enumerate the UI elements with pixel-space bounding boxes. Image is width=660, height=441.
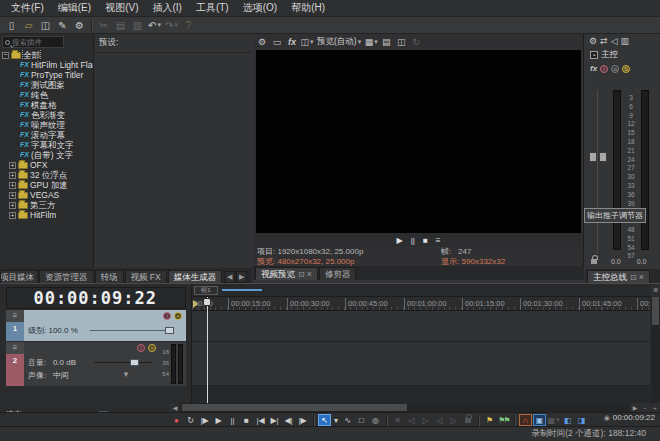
insert-region-button[interactable]: ⚑⚑ bbox=[497, 414, 510, 426]
tree-node-all[interactable]: 全部 bbox=[0, 50, 93, 60]
video-track-row[interactable] bbox=[192, 311, 650, 342]
expand-icon[interactable] bbox=[9, 172, 16, 179]
go-to-end-button[interactable]: ▶| bbox=[268, 414, 281, 426]
snap-magnet-button[interactable]: ∩ bbox=[519, 414, 532, 426]
lock-icon[interactable] bbox=[591, 259, 597, 264]
tab-explorer[interactable]: 资源管理器 bbox=[39, 270, 94, 283]
tree-node-fx-item[interactable]: FX滚动字幕 bbox=[0, 130, 93, 140]
tab-project-media[interactable]: 项目媒体 bbox=[0, 270, 38, 283]
solo-icon[interactable]: • bbox=[174, 312, 182, 320]
undo-icon[interactable]: ↶ bbox=[146, 18, 163, 32]
cursor-timecode-display[interactable]: 00:00:09:22 bbox=[6, 287, 186, 309]
zoom-edit-tool[interactable]: ◎ bbox=[369, 414, 382, 426]
zoom-out-icon[interactable]: − bbox=[640, 403, 650, 412]
track-menu-icon[interactable]: ≡ bbox=[6, 342, 24, 354]
track-menu-icon[interactable]: ≡ bbox=[6, 310, 24, 322]
tool-dropdown-icon[interactable]: ▾ bbox=[332, 414, 340, 426]
menu-insert[interactable]: 插入(I) bbox=[145, 1, 188, 15]
scroll-left-icon[interactable]: ◀ bbox=[170, 403, 180, 412]
insert-bus-icon[interactable]: ⇄ bbox=[600, 36, 608, 46]
tree-node-fx-item[interactable]: FXHitFilm Light Flares bbox=[0, 60, 93, 70]
trim-tool-icon[interactable]: ▷ bbox=[447, 414, 460, 426]
tree-node-fx-item[interactable]: FX色彩渐变 bbox=[0, 110, 93, 120]
tree-node-fx-item[interactable]: FX噪声纹理 bbox=[0, 120, 93, 130]
paste-icon[interactable]: ▥ bbox=[129, 18, 146, 32]
vertical-scrollbar-thumb[interactable] bbox=[652, 297, 659, 325]
external-monitor-icon[interactable]: ▭ bbox=[270, 36, 284, 48]
delete-button[interactable]: ✕ bbox=[391, 414, 404, 426]
bus-fx-icon[interactable]: fx bbox=[590, 64, 597, 73]
preview-quality-dropdown[interactable]: 预览(自动) bbox=[315, 36, 363, 48]
audio-track-header[interactable]: ≡ 2 / • 音量: 0.0 dB 声像: 中间 ▼ 183654 bbox=[6, 342, 186, 386]
stop-button[interactable]: ■ bbox=[423, 236, 428, 245]
ripple-mode-a-button[interactable]: ◧ bbox=[561, 414, 574, 426]
menu-help[interactable]: 帮助(H) bbox=[284, 1, 332, 15]
scroll-right-icon[interactable]: ▶ bbox=[630, 403, 640, 412]
plugin-search-box[interactable] bbox=[2, 36, 64, 48]
dock-pin-icon[interactable] bbox=[295, 269, 305, 279]
dock-pin-icon[interactable] bbox=[627, 272, 637, 282]
pause-button[interactable]: || bbox=[411, 236, 415, 245]
tree-node-fx-item[interactable]: FX棋盘格 bbox=[0, 100, 93, 110]
level-slider-thumb[interactable] bbox=[165, 327, 174, 334]
expand-icon[interactable] bbox=[9, 182, 16, 189]
expand-icon[interactable] bbox=[9, 202, 16, 209]
tree-node-group[interactable]: 第三方 bbox=[0, 200, 93, 210]
grid-overlay-icon[interactable]: ▦ bbox=[364, 36, 378, 48]
video-track-header[interactable]: ≡ 1 / • 级别: 100.0 % bbox=[6, 310, 186, 341]
vertical-scrollbar[interactable] bbox=[651, 297, 660, 403]
collapse-icon[interactable] bbox=[2, 52, 9, 59]
tree-node-group[interactable]: 32 位浮点 bbox=[0, 170, 93, 180]
fader-handle-right[interactable] bbox=[599, 152, 607, 162]
expand-icon[interactable] bbox=[9, 162, 16, 169]
time-ruler[interactable]: 00:00:00:00 00:00:15:00 00:00:30:00 00:0… bbox=[192, 297, 650, 311]
slip-tool-icon[interactable]: ◁ bbox=[405, 414, 418, 426]
copy-icon[interactable]: ▤ bbox=[112, 18, 129, 32]
timecode-pin-icon[interactable]: ◉ bbox=[604, 414, 610, 422]
redo-icon[interactable]: ↷ bbox=[163, 18, 180, 32]
normal-edit-tool[interactable]: ↖ bbox=[318, 414, 331, 426]
tab-video-fx[interactable]: 视频 FX bbox=[125, 270, 167, 283]
video-output-fx-icon[interactable]: fx bbox=[285, 36, 299, 48]
audio-track-row[interactable] bbox=[192, 342, 650, 386]
horizontal-scrollbar-thumb[interactable] bbox=[182, 404, 407, 411]
record-button[interactable]: ● bbox=[170, 414, 183, 426]
mute-icon[interactable]: / bbox=[163, 312, 171, 320]
pause-button[interactable]: || bbox=[226, 414, 239, 426]
refresh-icon[interactable]: ↻ bbox=[409, 36, 423, 48]
stop-button[interactable]: ■ bbox=[240, 414, 253, 426]
loop-menu-button[interactable]: ≡ bbox=[436, 236, 441, 245]
mixer-settings-gear-icon[interactable]: ⚙ bbox=[589, 36, 597, 46]
search-input[interactable] bbox=[12, 38, 58, 47]
timeline-tracks-area[interactable] bbox=[192, 311, 650, 403]
solo-icon[interactable]: S bbox=[622, 65, 630, 73]
marker-bar[interactable]: 组1 bbox=[192, 284, 650, 297]
play-button[interactable]: ▶ bbox=[212, 414, 225, 426]
zoom-in-icon[interactable]: + bbox=[650, 403, 660, 412]
tree-node-group[interactable]: OFX bbox=[0, 160, 93, 170]
group-tag[interactable]: 组1 bbox=[194, 286, 218, 295]
volume-slider-thumb[interactable] bbox=[130, 359, 139, 366]
menu-options[interactable]: 选项(O) bbox=[236, 1, 284, 15]
cut-icon[interactable]: ✂ bbox=[95, 18, 112, 32]
expand-icon[interactable] bbox=[9, 212, 16, 219]
tab-trimmer[interactable]: 修剪器 bbox=[319, 267, 357, 280]
stretch-tool-icon[interactable]: ◁ bbox=[433, 414, 446, 426]
envelope-edit-tool[interactable]: ∿ bbox=[341, 414, 354, 426]
split-screen-view-icon[interactable]: ◫ bbox=[300, 36, 314, 48]
new-project-icon[interactable]: ▯ bbox=[3, 18, 20, 32]
audio-device-icon[interactable]: ◁ bbox=[611, 36, 618, 46]
tab-transitions[interactable]: 转场 bbox=[95, 270, 124, 283]
loop-region-bar[interactable] bbox=[222, 289, 262, 291]
tab-master-bus[interactable]: 主控总线 bbox=[587, 270, 650, 283]
selection-edit-tool[interactable]: □ bbox=[355, 414, 368, 426]
play-button[interactable]: ▶ bbox=[397, 236, 403, 245]
go-to-start-button[interactable]: |◀ bbox=[254, 414, 267, 426]
mute-icon[interactable]: / bbox=[137, 344, 145, 352]
pan-dropdown-icon[interactable]: ▼ bbox=[122, 370, 130, 379]
video-properties-gear-icon[interactable]: ⚙ bbox=[255, 36, 269, 48]
lock-icon[interactable] bbox=[461, 414, 474, 426]
play-from-start-button[interactable]: |▶ bbox=[198, 414, 211, 426]
tree-node-fx-item[interactable]: FX测试图案 bbox=[0, 80, 93, 90]
post-edit-ripple-button[interactable]: ▦ bbox=[547, 414, 560, 426]
